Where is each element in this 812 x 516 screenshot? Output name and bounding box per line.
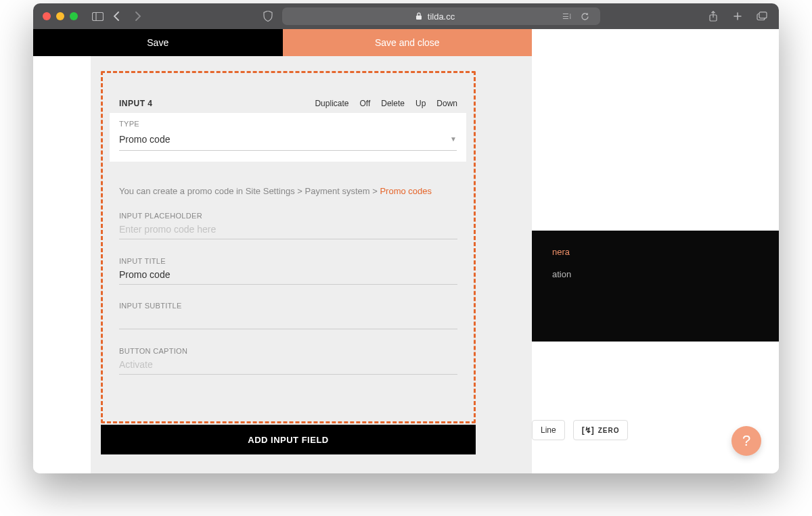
help-fab[interactable]: ? [731, 426, 761, 456]
forward-button[interactable] [131, 9, 145, 24]
promo-codes-link[interactable]: Promo codes [380, 186, 432, 196]
new-tab-icon[interactable] [730, 9, 745, 24]
zero-button[interactable]: [↯] ZERO [573, 420, 629, 440]
nav-arrows [109, 9, 145, 24]
preview-line-1: nera [552, 247, 759, 257]
settings-panel: INPUT 4 Duplicate Off Delete Up Down TYP… [91, 56, 532, 473]
zero-button-label: ZERO [598, 427, 620, 434]
tabs-overview-icon[interactable] [754, 9, 769, 24]
titlebar: tilda.cc ☰⁞ [33, 3, 779, 29]
bolt-icon: [↯] [582, 425, 594, 435]
placeholder-label: INPUT PLACEHOLDER [119, 212, 457, 220]
editor-top-bar: Save Save and close [33, 29, 532, 56]
url-host: tilda.cc [428, 11, 455, 22]
input-block-header: INPUT 4 Duplicate Off Delete Up Down [119, 99, 457, 108]
type-select[interactable]: Promo code ▼ [119, 128, 457, 151]
action-delete[interactable]: Delete [381, 99, 405, 108]
sidebar-toggle-icon[interactable] [90, 9, 105, 24]
input-block-actions: Duplicate Off Delete Up Down [315, 99, 457, 108]
save-button[interactable]: Save [33, 29, 283, 56]
browser-window: tilda.cc ☰⁞ Save Save and close [33, 3, 779, 473]
privacy-shield-icon[interactable] [261, 9, 275, 24]
action-down[interactable]: Down [436, 99, 457, 108]
address-bar[interactable]: tilda.cc ☰⁞ [282, 7, 600, 25]
svg-rect-2 [416, 16, 422, 20]
title-input[interactable] [119, 265, 457, 285]
field-placeholder: INPUT PLACEHOLDER [119, 212, 457, 239]
titlebar-right [706, 9, 769, 24]
close-window-icon[interactable] [43, 12, 51, 20]
type-value: Promo code [119, 134, 170, 145]
page-content: Save Save and close INPUT 4 Duplicate Of… [33, 29, 779, 473]
title-label: INPUT TITLE [119, 257, 457, 265]
action-up[interactable]: Up [415, 99, 426, 108]
add-input-field-button[interactable]: ADD INPUT FIELD [101, 425, 476, 454]
help-prefix: You can create a promo code in Site Sett… [119, 186, 380, 196]
type-label: TYPE [119, 120, 457, 128]
action-duplicate[interactable]: Duplicate [315, 99, 348, 108]
subtitle-input[interactable] [119, 310, 457, 329]
input-block-title: INPUT 4 [119, 99, 153, 108]
line-button[interactable]: Line [532, 420, 565, 440]
chevron-down-icon: ▼ [450, 135, 457, 143]
back-button[interactable] [109, 9, 124, 24]
svg-rect-0 [92, 12, 103, 20]
window-controls [43, 12, 78, 20]
line-button-label: Line [541, 425, 556, 435]
reader-icon[interactable]: ☰⁞ [562, 12, 572, 21]
share-icon[interactable] [706, 9, 721, 24]
save-and-close-button[interactable]: Save and close [283, 29, 533, 56]
field-subtitle: INPUT SUBTITLE [119, 302, 457, 329]
type-card: TYPE Promo code ▼ [110, 113, 466, 162]
placeholder-input[interactable] [119, 220, 457, 239]
button-caption-input[interactable] [119, 355, 457, 375]
action-off[interactable]: Off [359, 99, 370, 108]
preview-line-2: ation [552, 269, 759, 279]
lock-icon [411, 9, 426, 24]
preview-panel: nera ation [532, 231, 779, 342]
button-caption-label: BUTTON CAPTION [119, 347, 457, 355]
fullscreen-window-icon[interactable] [70, 12, 78, 20]
reload-icon[interactable] [577, 9, 592, 24]
subtitle-label: INPUT SUBTITLE [119, 302, 457, 310]
svg-rect-5 [759, 12, 767, 18]
field-button-caption: BUTTON CAPTION [119, 347, 457, 375]
help-text: You can create a promo code in Site Sett… [119, 186, 457, 196]
minimize-window-icon[interactable] [56, 12, 64, 20]
footer-buttons: Line [↯] ZERO [532, 420, 628, 440]
field-title: INPUT TITLE [119, 257, 457, 285]
